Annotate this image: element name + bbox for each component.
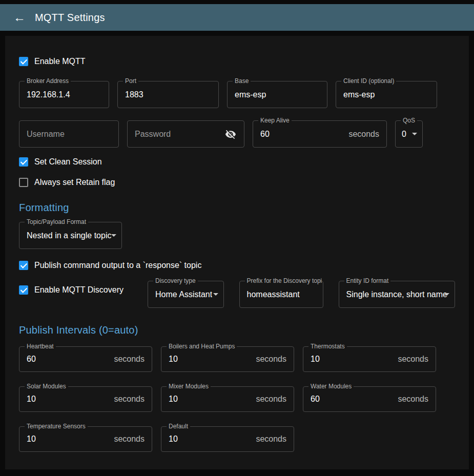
interval-field-mixer[interactable]: Mixer Modules seconds xyxy=(161,386,294,412)
publish-response-checkbox[interactable] xyxy=(19,261,28,270)
interval-label: Water Modules xyxy=(308,383,354,390)
dropdown-arrow-icon xyxy=(213,293,218,296)
enable-mqtt-label: Enable MQTT xyxy=(34,57,86,66)
enable-mqtt-checkbox-row[interactable]: Enable MQTT xyxy=(19,55,455,68)
port-label: Port xyxy=(123,77,138,85)
interval-input-boilers[interactable] xyxy=(169,355,252,364)
interval-field-boilers[interactable]: Boilers and Heat Pumps seconds xyxy=(161,346,294,372)
interval-input-solar[interactable] xyxy=(27,395,110,404)
base-input[interactable] xyxy=(235,90,320,99)
dropdown-arrow-icon xyxy=(412,133,417,135)
keep-alive-label: Keep Alive xyxy=(258,117,292,124)
interval-input-water[interactable] xyxy=(311,395,394,404)
interval-label: Temperature Sensors xyxy=(25,423,88,430)
credentials-row: Keep Alive seconds QoS 0 xyxy=(19,120,455,148)
port-field[interactable]: Port xyxy=(117,81,219,108)
interval-suffix: seconds xyxy=(114,355,145,364)
dropdown-arrow-icon xyxy=(111,234,116,237)
clean-session-checkbox[interactable] xyxy=(19,157,28,167)
broker-address-field[interactable]: Broker Address xyxy=(19,81,109,108)
interval-input-temperature-sensors[interactable] xyxy=(27,434,110,444)
entity-id-format-label: Entity ID format xyxy=(344,277,391,284)
discovery-prefix-input[interactable] xyxy=(247,290,316,299)
interval-label: Default xyxy=(167,423,190,430)
interval-label: Mixer Modules xyxy=(167,383,211,390)
formatting-heading: Formatting xyxy=(19,202,455,214)
client-id-input[interactable] xyxy=(343,90,429,99)
broker-settings-row: Broker Address Port Base Client ID (opti… xyxy=(19,81,455,108)
base-field[interactable]: Base xyxy=(227,81,327,108)
interval-field-water[interactable]: Water Modules seconds xyxy=(303,386,436,412)
discovery-type-select[interactable]: Discovery type Home Assistant xyxy=(148,281,224,308)
base-label: Base xyxy=(233,77,251,85)
clean-session-label: Set Clean Session xyxy=(34,157,102,167)
retain-flag-checkbox-row[interactable]: Always set Retain flag xyxy=(19,176,455,189)
interval-label: Heartbeat xyxy=(25,343,56,350)
broker-address-input[interactable] xyxy=(27,90,101,99)
discovery-prefix-label: Prefix for the Discovery topics xyxy=(245,277,322,284)
interval-suffix: seconds xyxy=(256,355,286,364)
discovery-type-value: Home Assistant xyxy=(155,290,212,299)
retain-flag-checkbox[interactable] xyxy=(19,178,28,187)
retain-flag-label: Always set Retain flag xyxy=(34,178,115,187)
entity-id-format-value: Single instance, short name xyxy=(346,290,447,299)
username-field[interactable] xyxy=(19,120,119,148)
interval-input-heartbeat[interactable] xyxy=(27,355,110,364)
broker-address-label: Broker Address xyxy=(25,77,71,85)
publish-response-label: Publish command output to a `response` t… xyxy=(34,261,201,270)
qos-label: QoS xyxy=(401,117,417,124)
password-field[interactable] xyxy=(127,120,244,148)
interval-label: Thermostats xyxy=(308,343,347,350)
enable-discovery-label: Enable MQTT Discovery xyxy=(34,285,123,295)
visibility-off-icon[interactable] xyxy=(224,128,237,140)
back-arrow-icon[interactable]: ← xyxy=(13,11,26,24)
username-input[interactable] xyxy=(27,130,111,139)
keep-alive-suffix: seconds xyxy=(348,130,379,139)
interval-suffix: seconds xyxy=(256,434,286,444)
app-bar: ← MQTT Settings xyxy=(0,4,474,31)
topic-format-label: Topic/Payload Format xyxy=(25,218,88,225)
interval-label: Solar Modules xyxy=(25,383,68,390)
topic-format-value: Nested in a single topic xyxy=(27,231,111,240)
port-input[interactable] xyxy=(125,90,211,99)
interval-field-temperature-sensors[interactable]: Temperature Sensors seconds xyxy=(19,426,152,452)
interval-field-heartbeat[interactable]: Heartbeat seconds xyxy=(19,346,152,372)
clean-session-checkbox-row[interactable]: Set Clean Session xyxy=(19,156,455,168)
password-input[interactable] xyxy=(135,130,220,139)
publish-intervals-heading: Publish Intervals (0=auto) xyxy=(19,324,455,336)
client-id-label: Client ID (optional) xyxy=(341,77,396,85)
qos-select[interactable]: QoS 0 xyxy=(395,120,423,148)
topic-format-select[interactable]: Topic/Payload Format Nested in a single … xyxy=(19,222,122,249)
interval-suffix: seconds xyxy=(114,395,145,404)
publish-response-checkbox-row[interactable]: Publish command output to a `response` t… xyxy=(19,259,455,272)
interval-suffix: seconds xyxy=(114,434,145,444)
page-title: MQTT Settings xyxy=(35,12,105,24)
discovery-row: Enable MQTT Discovery Discovery type Hom… xyxy=(19,281,455,308)
interval-field-solar[interactable]: Solar Modules seconds xyxy=(19,386,152,412)
entity-id-format-select[interactable]: Entity ID format Single instance, short … xyxy=(339,281,455,308)
interval-suffix: seconds xyxy=(398,355,428,364)
discovery-type-label: Discovery type xyxy=(153,277,198,284)
dropdown-arrow-icon xyxy=(444,293,449,296)
mqtt-settings-panel: Enable MQTT Broker Address Port Base Cli… xyxy=(5,36,469,469)
interval-field-default[interactable]: Default seconds xyxy=(161,426,294,452)
interval-input-mixer[interactable] xyxy=(169,395,252,404)
publish-intervals-grid: Heartbeat seconds Boilers and Heat Pumps… xyxy=(19,346,455,452)
interval-suffix: seconds xyxy=(398,395,428,404)
interval-input-default[interactable] xyxy=(169,434,252,444)
enable-discovery-checkbox-row[interactable]: Enable MQTT Discovery xyxy=(19,281,132,293)
enable-discovery-checkbox[interactable] xyxy=(19,285,28,295)
interval-label: Boilers and Heat Pumps xyxy=(167,343,237,350)
client-id-field[interactable]: Client ID (optional) xyxy=(336,81,437,108)
interval-field-thermostats[interactable]: Thermostats seconds xyxy=(303,346,436,372)
interval-suffix: seconds xyxy=(256,395,286,404)
keep-alive-field[interactable]: Keep Alive seconds xyxy=(253,120,387,148)
keep-alive-input[interactable] xyxy=(260,130,344,139)
qos-value: 0 xyxy=(402,130,406,139)
discovery-prefix-field[interactable]: Prefix for the Discovery topics xyxy=(239,281,323,308)
enable-mqtt-checkbox[interactable] xyxy=(19,57,28,66)
interval-input-thermostats[interactable] xyxy=(311,355,394,364)
